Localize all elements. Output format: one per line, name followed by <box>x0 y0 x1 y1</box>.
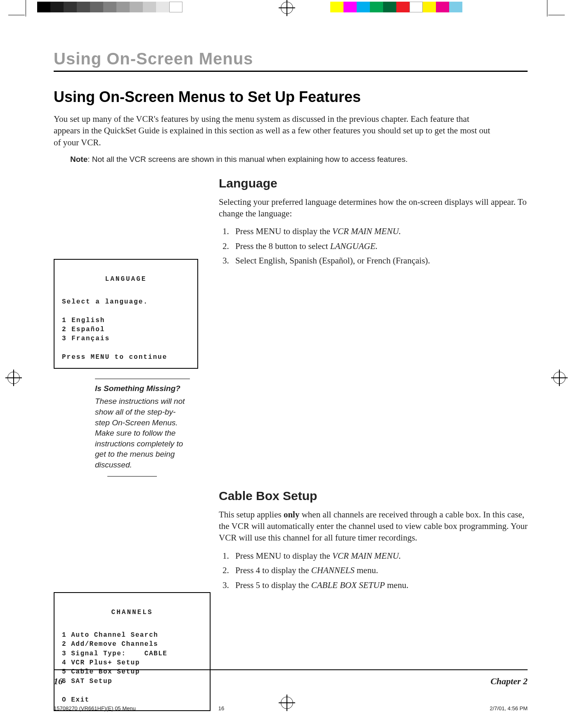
screen-line: 1 English <box>62 317 105 324</box>
note-text: : Not all the VCR screens are shown in t… <box>88 155 407 164</box>
aside-box: Is Something Missing? These instructions… <box>95 379 190 477</box>
slug-page: 16 <box>218 705 224 711</box>
language-main: Language Selecting your preferred langua… <box>219 176 528 276</box>
language-screen-box: LANGUAGE Select a language. 1 English 2 … <box>54 259 198 369</box>
language-section: LANGUAGE Select a language. 1 English 2 … <box>54 176 528 477</box>
screen-line: 2 Add/Remove Channels <box>62 640 158 648</box>
print-slug: 15708270 (VR661HF)(E) 05 Menu 16 2/7/01,… <box>54 705 528 711</box>
aside-body: These instructions will not show all of … <box>95 396 190 470</box>
screen-line: 2 Español <box>62 326 105 333</box>
chapter-heading: Using On-Screen Menus <box>54 50 528 68</box>
page-footer: 16 Chapter 2 <box>54 676 528 687</box>
page-number: 16 <box>54 676 63 687</box>
registration-mark-icon <box>281 2 293 14</box>
step: Press 4 to display the CHANNELS menu. <box>231 564 528 577</box>
cable-intro: This setup applies only when all channel… <box>219 509 528 544</box>
crop-mark <box>548 15 565 15</box>
language-heading: Language <box>219 176 528 190</box>
language-sidebar: LANGUAGE Select a language. 1 English 2 … <box>54 176 202 477</box>
screen-line: O Exit <box>62 696 90 704</box>
cable-steps: Press MENU to display the VCR MAIN MENU.… <box>219 550 528 592</box>
note-label: Note <box>70 155 88 164</box>
crop-mark <box>547 0 547 17</box>
channels-screen-box: CHANNELS 1 Auto Channel Search 2 Add/Rem… <box>54 592 211 711</box>
section-intro: You set up many of the VCR's features by… <box>54 113 491 148</box>
step: Press MENU to display the VCR MAIN MENU. <box>231 225 528 238</box>
language-steps: Press MENU to display the VCR MAIN MENU.… <box>219 225 528 268</box>
note-block: Note: Not all the VCR screens are shown … <box>70 154 450 165</box>
footer-rule <box>54 669 528 670</box>
screen-line: 4 VCR Plus+ Setup <box>62 659 140 666</box>
language-intro: Selecting your preferred language determ… <box>219 196 528 220</box>
heading-rule <box>54 71 528 72</box>
registration-mark-icon <box>7 372 20 384</box>
screen-line: 1 Auto Channel Search <box>62 631 158 639</box>
content-area: Using On-Screen Menus Using On-Screen Me… <box>54 50 528 721</box>
slug-file: 15708270 (VR661HF)(E) 05 Menu <box>54 705 136 711</box>
cable-heading: Cable Box Setup <box>219 489 528 503</box>
step: Select English, Spanish (Español), or Fr… <box>231 254 528 268</box>
screen-line: Select a language. <box>62 298 148 306</box>
crop-mark <box>8 15 25 15</box>
crop-mark <box>26 0 26 17</box>
screen-line: 3 Signal Type: CABLE <box>62 650 167 657</box>
cable-main: Cable Box Setup This setup applies only … <box>219 489 528 600</box>
screen-line: Press MENU to continue <box>62 353 167 361</box>
aside-title: Is Something Missing? <box>95 383 190 394</box>
gray-swatches <box>37 2 182 12</box>
color-swatches <box>330 2 462 12</box>
step: Press the 8 button to select LANGUAGE. <box>231 240 528 253</box>
screen-title: LANGUAGE <box>62 275 190 284</box>
page: Using On-Screen Menus Using On-Screen Me… <box>0 0 573 728</box>
registration-mark-icon <box>553 372 566 384</box>
section-title: Using On-Screen Menus to Set Up Features <box>54 88 528 106</box>
step: Press MENU to display the VCR MAIN MENU. <box>231 550 528 563</box>
aside-rule <box>107 476 157 477</box>
chapter-label: Chapter 2 <box>490 676 528 687</box>
step: Press 5 to display the CABLE BOX SETUP m… <box>231 579 528 592</box>
screen-line: 3 Français <box>62 335 110 342</box>
slug-datetime: 2/7/01, 4:56 PM <box>490 705 528 711</box>
screen-title: CHANNELS <box>62 608 202 617</box>
